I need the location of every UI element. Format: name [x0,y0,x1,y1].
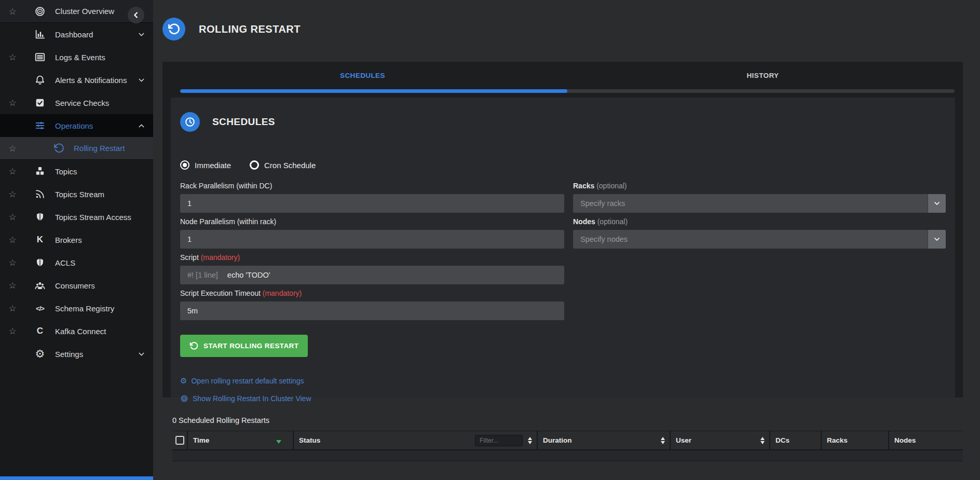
gear-icon: ⚙ [180,377,187,385]
column-label: Nodes [894,436,916,444]
table-header-row: TimeStatusDurationUserDCsRacksNodes [172,431,963,450]
tab-schedules[interactable]: SCHEDULES [162,62,563,89]
sidebar-collapse-button[interactable] [128,7,144,23]
sidebar-item-label: Dashboard [55,30,93,39]
racks-label: Racks (optional) [573,182,946,190]
star-icon[interactable]: ☆ [6,6,19,17]
script-timeout-label: Script Execution Timeout (mandatory) [180,289,564,298]
sidebar-item-schema-registry[interactable]: ☆</>Schema Registry [0,297,153,320]
table-header-duration[interactable]: Duration [538,431,671,449]
sort-icon [760,437,765,444]
sidebar-item-alerts-notifications[interactable]: Alerts & Notifications [0,68,153,91]
chevron-down-icon [933,235,941,243]
racks-field: Racks (optional) Specify racks [573,182,946,213]
table-header-user[interactable]: User [671,431,770,449]
schedules-panel: SCHEDULES ImmediateCron Schedule Rack Pa… [171,98,955,397]
table-header-racks[interactable]: Racks [822,431,889,449]
sidebar-item-kafka-connect[interactable]: ☆CKafka Connect [0,320,153,342]
page-header: ROLLING RESTART [153,0,980,40]
link-open-rolling-restart-default-settings[interactable]: ⚙Open rolling restart default settings [180,377,564,385]
table-header-status[interactable]: Status [294,431,538,449]
star-icon[interactable]: ☆ [6,257,19,268]
node-parallelism-input[interactable] [180,230,564,249]
column-label: Status [299,436,320,444]
sort-icon [528,437,532,444]
sidebar-item-topics-stream-access[interactable]: ☆Topics Stream Access [0,205,153,228]
nodes-placeholder: Specify nodes [580,230,628,249]
star-icon[interactable]: ☆ [6,212,19,222]
tab-indicator-track [180,89,955,93]
table-header-dcs[interactable]: DCs [770,431,822,449]
status-filter-input[interactable] [475,435,523,446]
cubes-icon [32,166,48,177]
chevron-down-icon [933,199,941,208]
rack-parallelism-field: Rack Parallelism (within DC) [180,182,564,213]
sidebar-item-service-checks[interactable]: ☆Service Checks [0,91,153,114]
sidebar-item-label: Brokers [55,236,82,244]
bar-chart-icon [32,29,48,40]
schedules-section-title: SCHEDULES [212,116,275,128]
sliders-icon [32,120,48,131]
star-icon[interactable]: ☆ [6,235,19,245]
script-shebang-prefix: #! [1 line] [187,266,218,284]
column-label: DCs [775,436,790,444]
racks-select[interactable]: Specify racks [573,194,946,213]
link-label: Show Rolling Restart In Cluster View [193,394,311,403]
star-icon[interactable]: ☆ [6,326,19,336]
tab-history[interactable]: HISTORY [563,62,963,89]
racks-optional-tag: (optional) [596,182,627,190]
sidebar-item-label: Service Checks [55,99,109,107]
sidebar-item-label: Topics Stream [55,190,104,199]
nodes-dropdown-button[interactable] [928,230,946,249]
sidebar-item-acls[interactable]: ☆ACLS [0,251,153,274]
nodes-select[interactable]: Specify nodes [573,230,946,249]
schedule-type-radio-group: ImmediateCron Schedule [180,160,946,170]
sidebar-item-label: Operations [55,121,93,130]
radio-immediate[interactable]: Immediate [180,160,231,170]
link-show-rolling-restart-in-cluster-view[interactable]: Show Rolling Restart In Cluster View [180,394,564,403]
column-label: Duration [543,436,572,444]
select-all-checkbox[interactable] [175,436,184,445]
racks-dropdown-button[interactable] [928,194,946,213]
script-value: echo 'TODO' [227,266,270,284]
node-parallelism-field: Node Parallelism (within rack) [180,217,564,249]
radio-cron-schedule[interactable]: Cron Schedule [250,160,316,170]
star-icon[interactable]: ☆ [6,280,19,291]
star-icon[interactable]: ☆ [6,143,19,154]
sidebar-item-rolling-restart[interactable]: ☆Rolling Restart [0,137,153,160]
sidebar-item-topics[interactable]: ☆Topics [0,160,153,183]
people-icon [32,280,48,291]
logs-icon [32,51,48,63]
sidebar-item-topics-stream[interactable]: ☆Topics Stream [0,183,153,205]
star-icon[interactable]: ☆ [6,303,19,313]
chevron-down-icon [137,30,146,39]
check-square-icon [32,97,48,108]
rotate-ccw-icon [51,143,66,154]
sidebar-item-consumers[interactable]: ☆Consumers [0,274,153,297]
sidebar-item-dashboard[interactable]: Dashboard [0,23,153,46]
sidebar-item-settings[interactable]: ⚙Settings [0,342,153,365]
table-header-select-all[interactable] [172,431,188,449]
sidebar-item-label: Cluster Overview [55,7,114,16]
rotate-ccw-icon [189,341,198,350]
script-timeout-input[interactable] [180,301,564,320]
start-rolling-restart-button[interactable]: START ROLLING RESTART [180,335,308,357]
star-icon[interactable]: ☆ [6,52,19,62]
table-header-nodes[interactable]: Nodes [889,431,963,449]
rss-icon [32,188,48,200]
node-parallelism-label: Node Parallelism (within rack) [180,217,564,226]
tab-bar: SCHEDULESHISTORY [162,62,963,89]
sidebar-item-operations[interactable]: Operations [0,114,153,137]
table-empty-body [172,450,963,461]
star-icon[interactable]: ☆ [6,98,19,108]
star-icon[interactable]: ☆ [6,189,19,199]
star-icon[interactable]: ☆ [6,166,19,176]
sidebar-item-brokers[interactable]: ☆KBrokers [0,228,153,251]
sidebar-item-logs-events[interactable]: ☆Logs & Events [0,46,153,68]
script-input[interactable]: #! [1 line] echo 'TODO' [180,266,564,284]
rack-parallelism-input[interactable] [180,194,564,213]
table-header-time[interactable]: Time [188,431,294,449]
rolling-restart-card: SCHEDULESHISTORY SCHEDULES ImmediateCron… [162,62,963,397]
sidebar-item-label: Rolling Restart [74,144,125,153]
column-label: Time [193,436,209,444]
